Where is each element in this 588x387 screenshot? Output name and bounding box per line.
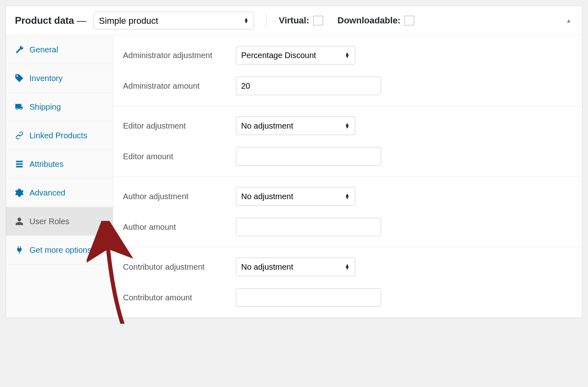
- field-row: Author amount: [123, 218, 582, 236]
- field-control: No adjustment▲▼: [236, 117, 355, 135]
- downloadable-checkbox-group: Downloadable:: [338, 15, 414, 26]
- tab-label: Inventory: [29, 73, 104, 83]
- field-control: No adjustment▲▼: [236, 187, 355, 206]
- tabs-sidebar: GeneralInventoryShippingLinked ProductsA…: [6, 35, 113, 318]
- field-row: Editor adjustmentNo adjustment▲▼: [123, 117, 582, 135]
- amount-label: Administrator amount: [123, 81, 236, 91]
- tab-shipping[interactable]: Shipping: [6, 93, 113, 121]
- panel-title: Product data —: [15, 15, 86, 26]
- product-data-panel: Product data — Simple product ▲▼ Virtual…: [6, 6, 582, 318]
- role-group-editor: Editor adjustmentNo adjustment▲▼Editor a…: [113, 106, 582, 177]
- field-control: [236, 147, 381, 166]
- tab-advanced[interactable]: Advanced: [6, 179, 113, 207]
- field-control: [236, 288, 381, 307]
- panel-title-text: Product data: [15, 15, 74, 26]
- tab-get_more[interactable]: Get more options: [6, 236, 113, 264]
- adjustment-select[interactable]: No adjustment: [236, 258, 355, 276]
- wrench-icon: [15, 45, 24, 54]
- list-icon: [15, 160, 24, 169]
- tab-general[interactable]: General: [6, 35, 113, 64]
- product-type-select-wrap: Simple product ▲▼: [94, 12, 254, 29]
- plug-icon: [15, 246, 24, 254]
- virtual-label: Virtual:: [279, 15, 309, 26]
- tab-content: Administrator adjustmentPercentage Disco…: [113, 35, 582, 318]
- select-wrap: No adjustment▲▼: [236, 117, 355, 135]
- vertical-divider: [266, 14, 267, 27]
- link-icon: [15, 131, 24, 140]
- panel-body: GeneralInventoryShippingLinked ProductsA…: [6, 35, 582, 318]
- user-icon: [15, 217, 24, 226]
- adjustment-select[interactable]: No adjustment: [236, 117, 355, 135]
- amount-input[interactable]: [236, 77, 381, 95]
- tab-label: User Roles: [29, 216, 104, 227]
- tab-label: Shipping: [29, 102, 104, 112]
- tab-label: Get more options: [29, 245, 104, 255]
- select-wrap: No adjustment▲▼: [236, 187, 355, 206]
- adjustment-select[interactable]: Percentage Discount: [236, 46, 355, 64]
- role-group-author: Author adjustmentNo adjustment▲▼Author a…: [113, 177, 582, 247]
- field-control: [236, 77, 381, 95]
- panel-title-dash: —: [77, 15, 86, 26]
- collapse-icon[interactable]: ▲: [566, 17, 571, 24]
- field-row: Administrator amount: [123, 77, 582, 95]
- tag-icon: [15, 74, 24, 83]
- field-row: Contributor adjustmentNo adjustment▲▼: [123, 258, 582, 276]
- amount-input[interactable]: [236, 218, 381, 236]
- tab-label: Advanced: [29, 187, 104, 198]
- downloadable-label: Downloadable:: [338, 15, 400, 26]
- field-row: Editor amount: [123, 147, 582, 166]
- adjustment-label: Contributor adjustment: [123, 262, 236, 272]
- tab-label: Attributes: [29, 159, 104, 169]
- amount-label: Author amount: [123, 223, 236, 232]
- adjustment-select[interactable]: No adjustment: [236, 187, 355, 206]
- amount-label: Contributor amount: [123, 293, 236, 302]
- field-control: [236, 218, 381, 236]
- downloadable-checkbox[interactable]: [405, 16, 414, 25]
- select-wrap: No adjustment▲▼: [236, 258, 355, 276]
- truck-icon: [15, 102, 24, 111]
- select-wrap: Percentage Discount▲▼: [236, 46, 355, 64]
- tab-linked[interactable]: Linked Products: [6, 121, 113, 150]
- adjustment-label: Administrator adjustment: [123, 51, 236, 60]
- field-control: No adjustment▲▼: [236, 258, 355, 276]
- amount-input[interactable]: [236, 147, 381, 166]
- virtual-checkbox[interactable]: [313, 16, 323, 25]
- field-control: Percentage Discount▲▼: [236, 46, 355, 64]
- field-row: Author adjustmentNo adjustment▲▼: [123, 187, 582, 206]
- adjustment-label: Editor adjustment: [123, 121, 236, 131]
- amount-input[interactable]: [236, 288, 381, 307]
- amount-label: Editor amount: [123, 152, 236, 161]
- tab-attributes[interactable]: Attributes: [6, 150, 113, 179]
- adjustment-label: Author adjustment: [123, 192, 236, 201]
- panel-header: Product data — Simple product ▲▼ Virtual…: [6, 6, 582, 35]
- field-row: Administrator adjustmentPercentage Disco…: [123, 46, 582, 64]
- role-group-administrator: Administrator adjustmentPercentage Disco…: [113, 35, 582, 106]
- tab-label: Linked Products: [29, 130, 104, 141]
- product-type-select[interactable]: Simple product: [94, 12, 254, 29]
- tab-user_roles[interactable]: User Roles: [6, 207, 113, 236]
- field-row: Contributor amount: [123, 288, 582, 307]
- tab-label: General: [29, 44, 104, 55]
- tab-inventory[interactable]: Inventory: [6, 64, 113, 93]
- virtual-checkbox-group: Virtual:: [279, 15, 323, 26]
- role-group-contributor: Contributor adjustmentNo adjustment▲▼Con…: [113, 247, 582, 318]
- gear-icon: [15, 188, 24, 197]
